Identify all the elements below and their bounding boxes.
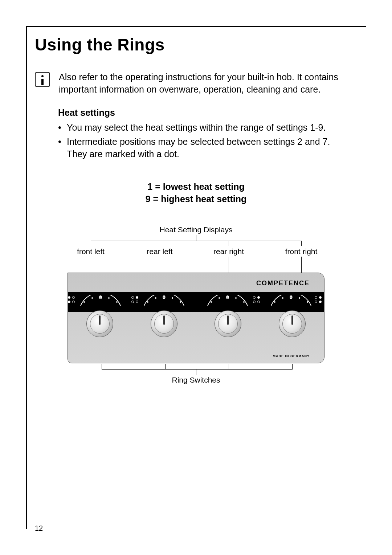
svg-point-4 bbox=[116, 301, 118, 303]
connector-line bbox=[91, 241, 301, 241]
burner-indicator-icon bbox=[315, 296, 323, 305]
svg-point-11 bbox=[219, 297, 220, 299]
control-panel-diagram: Heat Setting Displays front left rear le… bbox=[69, 225, 323, 381]
svg-point-3 bbox=[108, 297, 110, 299]
info-icon bbox=[35, 72, 50, 87]
pos-label-front-left: front left bbox=[77, 247, 105, 256]
svg-point-13 bbox=[235, 297, 237, 299]
connector-line bbox=[102, 364, 102, 369]
list-item: You may select the heat settings within … bbox=[58, 122, 348, 134]
connector-line bbox=[301, 257, 302, 273]
svg-point-5 bbox=[147, 301, 148, 303]
svg-point-0 bbox=[83, 301, 85, 303]
connector-line bbox=[160, 257, 160, 273]
connector-line bbox=[91, 241, 91, 246]
svg-point-19 bbox=[307, 301, 308, 303]
svg-point-10 bbox=[211, 301, 212, 303]
brand-label: COMPETENCE bbox=[256, 279, 310, 287]
list-item: Intermediate positions may be selected b… bbox=[58, 136, 348, 160]
heat-settings-section: Heat settings You may select the heat se… bbox=[58, 107, 357, 160]
burner-indicator-icon bbox=[68, 296, 77, 305]
connector-line bbox=[160, 241, 160, 246]
diagram-label-bottom: Ring Switches bbox=[172, 376, 220, 384]
connector-line bbox=[165, 364, 166, 369]
connector-line bbox=[229, 241, 229, 246]
connector-line bbox=[229, 364, 229, 369]
connector-line bbox=[301, 241, 302, 246]
svg-point-8 bbox=[172, 297, 173, 299]
ring-switch-knob[interactable] bbox=[151, 310, 177, 337]
zero-label: 0 bbox=[226, 294, 229, 300]
svg-point-6 bbox=[155, 297, 156, 299]
zero-label: 0 bbox=[163, 294, 166, 300]
connector-line bbox=[196, 369, 196, 375]
svg-point-1 bbox=[91, 297, 93, 299]
zero-label: 0 bbox=[99, 294, 102, 300]
svg-point-9 bbox=[180, 301, 181, 303]
svg-point-16 bbox=[282, 297, 283, 299]
control-panel: COMPETENCE 0 0 bbox=[68, 273, 324, 363]
svg-point-15 bbox=[274, 301, 275, 303]
page-title: Using the Rings bbox=[35, 35, 357, 54]
connector-line bbox=[91, 257, 91, 273]
burner-indicator-icon bbox=[131, 296, 140, 305]
svg-point-14 bbox=[243, 301, 245, 303]
info-paragraph: Also refer to the operating instructions… bbox=[59, 71, 349, 96]
knob-row bbox=[68, 306, 324, 342]
connector-line bbox=[102, 369, 293, 370]
svg-point-18 bbox=[299, 297, 300, 299]
connector-line bbox=[292, 364, 293, 369]
heat-legend: 1 = lowest heat setting 9 = highest heat… bbox=[35, 181, 357, 205]
ring-switch-knob[interactable] bbox=[86, 310, 113, 337]
page: Using the Rings Also refer to the operat… bbox=[0, 0, 392, 555]
page-number: 12 bbox=[35, 524, 43, 532]
pos-label-front-right: front right bbox=[285, 247, 318, 256]
info-block: Also refer to the operating instructions… bbox=[35, 71, 357, 96]
legend-low: 1 = lowest heat setting bbox=[35, 181, 357, 193]
content-area: Using the Rings Also refer to the operat… bbox=[35, 35, 357, 381]
diagram-label-top: Heat Setting Displays bbox=[160, 225, 233, 234]
ring-switch-knob[interactable] bbox=[215, 310, 241, 337]
heat-settings-list: You may select the heat settings within … bbox=[58, 122, 357, 160]
ring-switch-knob[interactable] bbox=[279, 310, 306, 337]
zero-label: 0 bbox=[290, 294, 293, 300]
connector-line bbox=[229, 257, 229, 273]
pos-label-rear-left: rear left bbox=[147, 247, 172, 256]
heat-settings-heading: Heat settings bbox=[58, 107, 357, 118]
pos-label-rear-right: rear right bbox=[213, 247, 244, 256]
burner-indicator-icon bbox=[253, 296, 262, 305]
legend-high: 9 = highest heat setting bbox=[35, 193, 357, 205]
connector-line bbox=[196, 235, 196, 241]
made-in-label: MADE IN GERMANY bbox=[273, 354, 310, 358]
